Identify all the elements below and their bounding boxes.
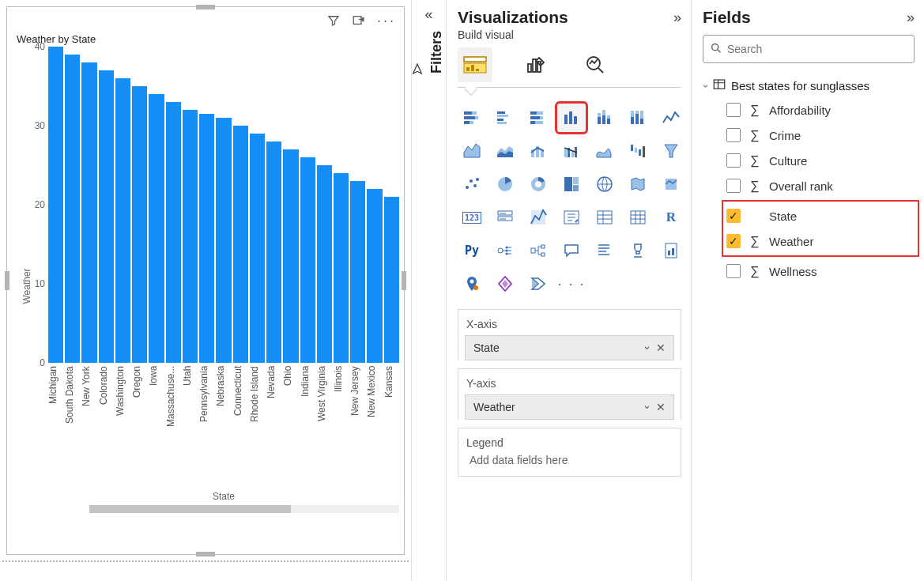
viz-100-stacked-bar-h[interactable] <box>524 104 553 132</box>
viz-ribbon[interactable] <box>590 137 619 165</box>
chart-h-scrollbar[interactable] <box>89 505 399 513</box>
chart-bar[interactable] <box>199 114 214 363</box>
viz-donut[interactable] <box>524 170 553 198</box>
field-overall-rank[interactable]: ∑Overall rank <box>726 173 915 198</box>
chart-bar[interactable] <box>183 110 198 363</box>
chart-bar[interactable] <box>334 173 349 363</box>
chart-bar[interactable] <box>367 189 382 363</box>
chart-bar[interactable] <box>115 78 130 363</box>
x-axis-field-remove-icon[interactable]: ✕ <box>656 341 666 354</box>
viz-r-visual[interactable]: R <box>657 203 685 232</box>
viz-azure-map[interactable] <box>657 170 685 198</box>
viz-kpi[interactable] <box>524 203 553 232</box>
filters-pane-collapsed[interactable]: « Filters <box>411 0 446 581</box>
field-weather[interactable]: ✓∑Weather <box>726 228 915 254</box>
chart-bar[interactable] <box>216 118 231 363</box>
chart-bar[interactable] <box>132 86 147 363</box>
field-checkbox[interactable]: ✓ <box>726 209 741 223</box>
field-culture[interactable]: ∑Culture <box>726 148 915 173</box>
tab-build-visual[interactable] <box>458 47 492 82</box>
field-checkbox[interactable] <box>726 264 741 278</box>
viz-scatter[interactable] <box>458 170 486 198</box>
chart-bar[interactable] <box>48 47 63 363</box>
field-crime[interactable]: ∑Crime <box>726 123 915 148</box>
viz-pie[interactable] <box>491 170 519 198</box>
viz-treemap[interactable] <box>557 170 586 198</box>
x-axis-field[interactable]: State ›✕ <box>465 335 674 360</box>
more-options-icon[interactable]: ··· <box>377 13 396 30</box>
y-axis-field-menu-icon[interactable]: › <box>640 405 653 409</box>
chart-bar[interactable] <box>250 134 265 363</box>
field-state[interactable]: ✓State <box>726 203 915 228</box>
viz-card[interactable]: 123 <box>458 203 486 232</box>
chart-h-scrollbar-thumb[interactable] <box>89 505 291 513</box>
field-wellness[interactable]: ∑Wellness <box>726 258 915 284</box>
viz-arcgis[interactable] <box>458 270 486 298</box>
viz-funnel[interactable] <box>657 137 685 165</box>
viz-multi-row-card[interactable] <box>491 203 519 232</box>
x-axis-well[interactable]: X-axis State ›✕ <box>458 309 681 360</box>
tab-analytics[interactable] <box>578 47 613 82</box>
viz-power-apps[interactable] <box>491 270 519 298</box>
viz-filled-map[interactable] <box>624 170 652 198</box>
chart-bar[interactable] <box>350 181 365 363</box>
chart-bar[interactable] <box>149 94 164 363</box>
viz-waterfall[interactable] <box>624 137 652 165</box>
table-expand-icon[interactable]: › <box>700 85 711 88</box>
viz-clustered-bar-h[interactable] <box>491 104 519 132</box>
chart-bar[interactable] <box>81 62 96 363</box>
y-axis-field-remove-icon[interactable]: ✕ <box>656 401 666 413</box>
viz-smart-narrative[interactable] <box>590 236 619 265</box>
chart-bar[interactable] <box>65 55 80 363</box>
viz-more-visuals[interactable]: · · · <box>557 270 586 298</box>
field-checkbox[interactable] <box>726 153 741 168</box>
field-affordability[interactable]: ∑Affordability <box>726 97 915 123</box>
viz-clustered-column[interactable] <box>557 104 586 132</box>
viz-line[interactable] <box>657 104 685 132</box>
viz-map[interactable] <box>590 170 619 198</box>
chart-bar[interactable] <box>266 141 281 363</box>
resize-handle-bottom[interactable] <box>196 552 215 556</box>
field-checkbox[interactable] <box>726 103 741 117</box>
y-axis-well[interactable]: Y-axis Weather ›✕ <box>458 368 681 420</box>
viz-paginated[interactable] <box>657 236 685 265</box>
chart-bar[interactable] <box>283 149 298 363</box>
viz-goals[interactable] <box>624 236 652 265</box>
viz-qa[interactable] <box>557 236 586 265</box>
viz-table[interactable] <box>590 203 619 232</box>
expand-filters-icon[interactable]: « <box>412 6 446 23</box>
viz-decomposition[interactable] <box>524 236 553 265</box>
focus-mode-icon[interactable] <box>352 13 366 30</box>
viz-power-automate[interactable] <box>524 270 553 298</box>
viz-slicer[interactable] <box>557 203 586 232</box>
viz-stacked-column[interactable] <box>590 104 619 132</box>
collapse-fields-icon[interactable]: » <box>907 9 915 26</box>
collapse-viz-icon[interactable]: » <box>673 9 681 26</box>
fields-table-header[interactable]: › Best states for sunglasses <box>703 74 915 97</box>
viz-area[interactable] <box>458 137 486 165</box>
chart-visual[interactable]: ··· Weather by State Weather 40 30 20 10… <box>6 6 405 555</box>
search-input[interactable] <box>727 43 907 55</box>
report-canvas[interactable]: ··· Weather by State Weather 40 30 20 10… <box>0 0 411 581</box>
chart-bar[interactable] <box>384 197 399 363</box>
viz-100-stacked-column[interactable] <box>624 104 652 132</box>
viz-line-clustered-col[interactable] <box>557 137 586 165</box>
viz-stacked-bar-h[interactable] <box>458 104 486 132</box>
y-axis-field[interactable]: Weather ›✕ <box>465 394 674 420</box>
chart-bar[interactable] <box>99 70 114 363</box>
viz-key-influencers[interactable] <box>491 236 519 265</box>
resize-handle-top[interactable] <box>196 5 215 9</box>
viz-py-visual[interactable]: Py <box>458 236 486 265</box>
tab-format-visual[interactable] <box>518 47 553 82</box>
x-axis-field-menu-icon[interactable]: › <box>640 345 653 349</box>
field-checkbox[interactable] <box>726 179 741 193</box>
field-checkbox[interactable]: ✓ <box>726 234 741 248</box>
field-checkbox[interactable] <box>726 128 741 142</box>
legend-well[interactable]: Legend Add data fields here <box>458 428 681 477</box>
filter-icon[interactable] <box>326 13 341 30</box>
chart-bar[interactable] <box>166 102 181 363</box>
chart-plot-area[interactable] <box>48 47 399 363</box>
viz-line-stacked-col[interactable] <box>524 137 553 165</box>
viz-stacked-area[interactable] <box>491 137 519 165</box>
viz-matrix[interactable] <box>624 203 652 232</box>
